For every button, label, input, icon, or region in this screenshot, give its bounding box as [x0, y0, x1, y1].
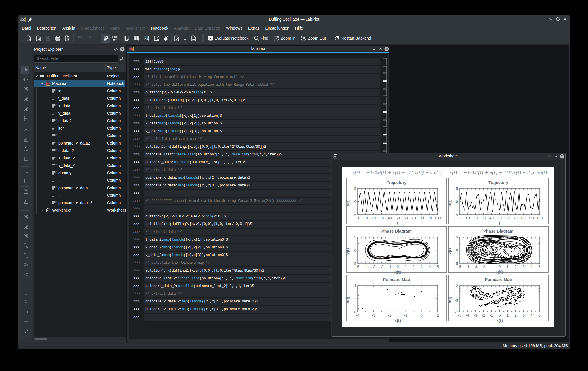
svg-text:5: 5: [354, 235, 356, 239]
svg-text:0: 0: [354, 200, 356, 204]
svg-text:-3: -3: [474, 313, 477, 317]
svg-text:-4: -4: [466, 265, 469, 269]
svg-text:2: 2: [413, 265, 415, 269]
svg-text:-1: -1: [490, 313, 493, 317]
svg-text:4: 4: [429, 265, 431, 269]
svg-text:50: 50: [497, 216, 502, 220]
svg-text:5: 5: [456, 235, 458, 239]
svg-text:Poincare Map: Poincare Map: [485, 277, 512, 282]
svg-text:-5: -5: [356, 265, 359, 269]
svg-text:x(t): x(t): [496, 270, 503, 274]
svg-text:5: 5: [354, 186, 356, 191]
svg-text:80: 80: [521, 216, 526, 220]
svg-text:-5: -5: [353, 213, 356, 217]
svg-text:100: 100: [536, 216, 543, 220]
svg-text:3: 3: [522, 265, 525, 269]
svg-text:-5: -5: [458, 313, 461, 317]
svg-text:-3: -3: [455, 298, 458, 302]
svg-text:0: 0: [397, 265, 399, 269]
svg-text:-2: -2: [388, 313, 392, 317]
svg-text:-3: -3: [372, 313, 375, 317]
svg-text:40: 40: [489, 216, 494, 220]
svg-text:10: 10: [363, 216, 368, 220]
svg-text:0: 0: [357, 216, 359, 220]
svg-text:4: 4: [530, 265, 533, 269]
svg-text:-4: -4: [364, 265, 367, 269]
svg-text:1: 1: [507, 265, 509, 269]
svg-text:-7: -7: [455, 310, 458, 314]
svg-text:-2: -2: [482, 265, 485, 269]
svg-text:v(t): v(t): [346, 248, 350, 255]
svg-text:70: 70: [412, 216, 416, 220]
svg-text:-3: -3: [474, 265, 477, 269]
svg-text:-5: -5: [455, 261, 458, 266]
svg-text:Poincare Map: Poincare Map: [383, 277, 410, 282]
svg-text:x(t): x(t): [496, 318, 503, 323]
svg-text:0: 0: [354, 248, 356, 253]
svg-text:20: 20: [473, 216, 478, 220]
svg-text:-1: -1: [404, 313, 407, 317]
svg-text:5: 5: [437, 265, 439, 269]
svg-text:ẍ(t) = −1/4x³(t) + x(t) − 1/1: ẍ(t) = −1/4x³(t) + x(t) − 1/10ẋ(t) + 2…: [449, 169, 547, 176]
svg-text:-5: -5: [353, 261, 356, 266]
svg-text:20: 20: [371, 216, 376, 220]
svg-text:-1: -1: [388, 265, 392, 269]
svg-text:0: 0: [456, 200, 458, 204]
svg-text:60: 60: [505, 216, 510, 220]
svg-text:5: 5: [456, 186, 458, 191]
svg-text:t: t: [499, 221, 500, 226]
svg-text:0: 0: [499, 313, 501, 317]
svg-text:2: 2: [354, 297, 356, 301]
svg-text:2: 2: [515, 313, 517, 317]
svg-text:30: 30: [379, 216, 384, 220]
svg-text:90: 90: [529, 216, 534, 220]
svg-text:-2: -2: [380, 265, 383, 269]
svg-text:1: 1: [507, 313, 509, 317]
svg-text:Phase Diagram: Phase Diagram: [483, 229, 513, 233]
svg-text:90: 90: [428, 216, 432, 220]
svg-text:4: 4: [354, 284, 356, 288]
svg-text:-4: -4: [466, 313, 469, 317]
svg-text:-1: -1: [490, 265, 493, 269]
svg-text:Trajectory: Trajectory: [387, 180, 406, 185]
svg-text:-5: -5: [458, 265, 461, 269]
svg-text:Trajectory: Trajectory: [488, 180, 508, 185]
svg-text:t: t: [397, 221, 398, 226]
svg-text:-3: -3: [372, 265, 375, 269]
svg-text:40: 40: [388, 216, 392, 220]
svg-text:v(t): v(t): [447, 297, 452, 303]
svg-text:5: 5: [538, 265, 541, 269]
svg-text:2: 2: [515, 265, 517, 269]
svg-text:v(t): v(t): [346, 297, 350, 303]
svg-text:2: 2: [456, 284, 458, 288]
svg-text:0: 0: [420, 313, 423, 317]
svg-text:0: 0: [499, 265, 501, 269]
svg-text:0: 0: [456, 248, 458, 253]
svg-text:-2: -2: [482, 313, 485, 317]
svg-text:x(t): x(t): [394, 318, 401, 323]
svg-text:5: 5: [538, 313, 541, 317]
svg-text:x(t): x(t): [394, 270, 401, 274]
svg-text:70: 70: [513, 216, 518, 220]
svg-text:0: 0: [354, 310, 356, 314]
svg-text:x(t): x(t): [346, 200, 350, 206]
svg-text:4: 4: [530, 313, 533, 317]
svg-text:-5: -5: [455, 213, 458, 217]
svg-text:ẍ(t) = −1/4x³(t) + x(t) − 1/1: ẍ(t) = −1/4x³(t) + x(t) − 1/10ẋ(t) + s…: [352, 169, 441, 176]
svg-text:x(t): x(t): [447, 200, 452, 206]
svg-text:0: 0: [458, 216, 461, 220]
svg-text:3: 3: [420, 265, 423, 269]
svg-text:1: 1: [405, 265, 407, 269]
svg-text:30: 30: [481, 216, 486, 220]
svg-text:3: 3: [522, 313, 525, 317]
svg-text:-4: -4: [356, 313, 359, 317]
svg-text:80: 80: [420, 216, 424, 220]
svg-text:Phase Diagram: Phase Diagram: [381, 229, 412, 233]
svg-text:1: 1: [437, 313, 439, 317]
svg-text:10: 10: [465, 216, 470, 220]
svg-text:60: 60: [404, 216, 408, 220]
svg-text:v(t): v(t): [447, 248, 452, 255]
svg-text:50: 50: [396, 216, 400, 220]
svg-text:100: 100: [435, 216, 441, 220]
